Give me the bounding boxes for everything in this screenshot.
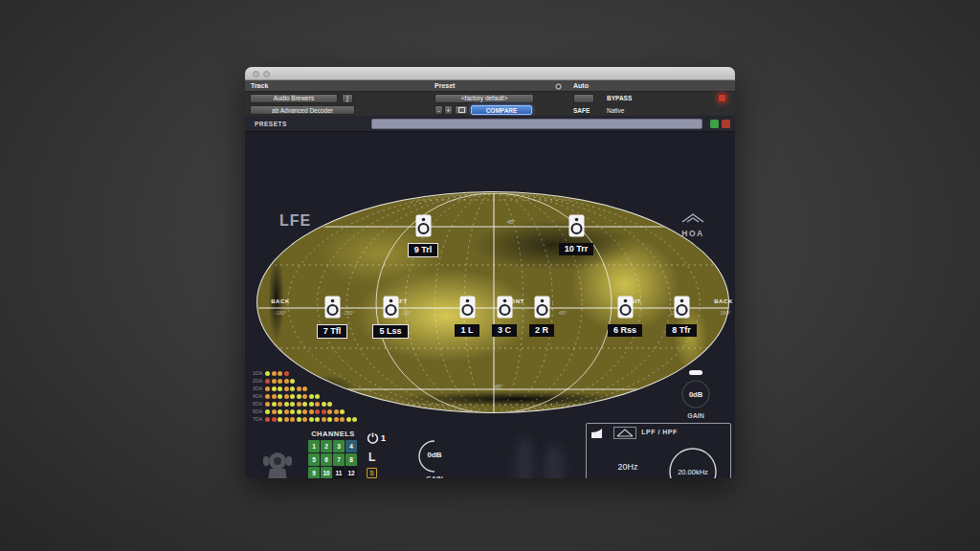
speaker-icon [568, 214, 585, 241]
channel-cell-4[interactable]: 4 [345, 440, 357, 452]
level-dot [284, 379, 289, 384]
lowpass-knob[interactable]: 20.00kHz [667, 446, 719, 478]
level-dot [340, 409, 345, 414]
track-aux-button[interactable]: j [342, 94, 353, 103]
safe-button[interactable]: SAFE [573, 107, 590, 114]
channel-cell-3[interactable]: 3 [333, 440, 345, 452]
speaker-icon [324, 296, 341, 322]
meter-row-label: 7OA [253, 416, 265, 422]
level-dot [290, 417, 295, 422]
direction-label-back: BACK [714, 298, 733, 304]
solo-button[interactable]: S [367, 468, 377, 478]
level-dot [265, 394, 270, 399]
level-dot [297, 409, 301, 414]
preset-name-field[interactable] [371, 119, 702, 129]
speaker-10-trr[interactable]: 10 Trr [546, 214, 607, 255]
preset-save-icon[interactable] [710, 120, 719, 128]
level-dot [265, 371, 270, 376]
longitude-tick-label: 180° [720, 310, 730, 316]
source-gain-knob[interactable]: 0dB [416, 438, 453, 474]
speaker-5-lss[interactable]: 5 Lss [360, 296, 421, 339]
level-dot [352, 417, 357, 422]
latitude-tick-label: -45° [493, 384, 502, 389]
speaker-icon [497, 296, 513, 322]
preset-librarian-icon[interactable] [555, 83, 562, 90]
preset-column-label: Preset [434, 82, 455, 89]
compare-button[interactable]: COMPARE [471, 105, 532, 115]
level-dot [302, 402, 307, 407]
master-gain-knob[interactable]: 0dB [680, 379, 711, 409]
level-dot [302, 417, 307, 422]
preset-delete-icon[interactable] [722, 120, 730, 128]
window-minimize-button[interactable] [263, 71, 270, 77]
presets-label: PRESETS [255, 121, 287, 127]
channel-cell-2[interactable]: 2 [321, 440, 332, 452]
level-dot [284, 402, 289, 407]
bypass-button[interactable]: BYPASS [607, 95, 632, 101]
level-dot [322, 402, 326, 407]
plugin-selector[interactable]: ab Advanced Decoder [250, 105, 355, 115]
channel-cell-6[interactable]: 6 [321, 453, 332, 466]
channel-cell-7[interactable]: 7 [333, 453, 345, 466]
level-dot [309, 394, 314, 399]
meter-row-label: 6OA [253, 408, 265, 414]
speaker-9-trl[interactable]: 9 Trl [392, 214, 454, 257]
level-dot [272, 402, 277, 407]
desktop-background: Track Preset Auto Audio Brewers j <facto… [0, 0, 980, 551]
channel-cell-11[interactable]: 11 [333, 467, 345, 478]
level-dot [322, 409, 326, 414]
filter-panel: LPF / HPF 20Hz HIGH PASS 20.00kHz LOW PA… [586, 423, 731, 478]
window-close-button[interactable] [253, 71, 259, 77]
level-dot [322, 417, 326, 422]
track-selector[interactable]: Audio Brewers [250, 94, 338, 103]
master-gain-value: 0dB [680, 390, 711, 399]
source-gain-label: GAIN [416, 475, 453, 478]
meter-row-label: 3OA [253, 386, 265, 391]
filter-panel-title: LPF / HPF [587, 429, 732, 435]
audio-brewers-mascot-logo [258, 448, 297, 478]
level-dot [315, 402, 320, 407]
speaker-2-r[interactable]: 2 R [511, 296, 572, 337]
preset-menu-button[interactable] [455, 105, 468, 115]
channel-cell-12[interactable]: 12 [345, 467, 357, 478]
daw-header-controls: Audio Brewers j <factory default> BYPASS… [245, 92, 735, 116]
preset-selector[interactable]: <factory default> [434, 94, 534, 103]
level-dot [284, 417, 289, 422]
meter-row-label: 1OA [253, 370, 265, 376]
level-dot [297, 417, 301, 422]
preset-prev-button[interactable]: - [434, 105, 443, 115]
level-dot [290, 402, 295, 407]
channel-cell-9[interactable]: 9 [308, 467, 320, 478]
channel-cell-8[interactable]: 8 [345, 453, 357, 466]
power-button-icon[interactable] [367, 432, 379, 445]
channel-cell-5[interactable]: 5 [308, 453, 320, 466]
level-dot [278, 371, 282, 376]
auto-button[interactable] [573, 94, 594, 103]
channel-grid: 12345678910111213141516 [308, 440, 357, 478]
level-dot [309, 417, 314, 422]
level-dot [340, 417, 345, 422]
channel-cell-1[interactable]: 1 [308, 440, 320, 452]
master-gain-handle[interactable] [689, 370, 702, 375]
level-dot [278, 379, 282, 384]
speaker-6-rss[interactable]: 6 Rss [594, 296, 656, 337]
level-dot [272, 386, 277, 391]
speaker-7-tfl[interactable]: 7 Tfl [301, 296, 363, 339]
preset-menu-icon [458, 107, 465, 113]
level-dot [272, 379, 277, 384]
level-dot [265, 417, 270, 422]
plugin-window: Track Preset Auto Audio Brewers j <facto… [245, 67, 735, 478]
level-dot [297, 394, 301, 399]
speaker-label: 7 Tfl [317, 324, 348, 339]
meter-row-label: 5OA [253, 401, 265, 407]
window-titlebar[interactable] [245, 67, 735, 80]
presets-bar: PRESETS [245, 116, 735, 132]
preset-next-button[interactable]: + [444, 105, 453, 115]
plugin-target-button[interactable] [718, 94, 726, 102]
listen-button[interactable]: L [368, 451, 375, 464]
auto-column-label: Auto [573, 82, 589, 89]
highpass-value[interactable]: 20Hz [596, 462, 659, 472]
level-dot [265, 379, 270, 384]
channel-cell-10[interactable]: 10 [321, 467, 332, 478]
speaker-8-tfr[interactable]: 8 Tfr [651, 296, 712, 337]
